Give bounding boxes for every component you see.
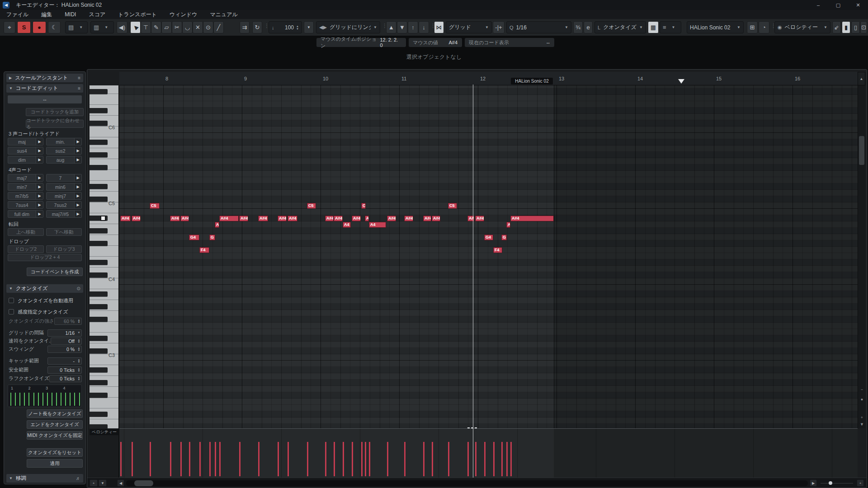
midi-note-A4[interactable]: A4: [369, 222, 386, 228]
section-header-quantize[interactable]: ▼クオンタイズ⊙: [6, 284, 83, 293]
midi-note-G4[interactable]: G4: [484, 235, 493, 240]
chord-button-full dim[interactable]: full dim▶: [8, 210, 43, 218]
note-grid[interactable]: A#4A#4C5A#4A#4G4F4GAA#4A#4A#4A#4A#4C5A#4…: [119, 85, 858, 428]
velocity-bar[interactable]: [334, 442, 335, 476]
section-header-chord-editing[interactable]: ▼コードエディット≡: [6, 84, 83, 93]
step-input-button[interactable]: ▦: [648, 21, 659, 33]
tool-erase[interactable]: ▱: [161, 21, 172, 33]
black-key[interactable]: [90, 412, 108, 417]
pitch-visibility-dropdown[interactable]: ▤▼: [65, 21, 88, 33]
button-ドロップ3[interactable]: ドロップ3: [46, 245, 82, 253]
midi-note-A#4[interactable]: A#4: [387, 216, 396, 221]
black-key[interactable]: [90, 89, 108, 94]
midi-note-A#4[interactable]: A#4: [219, 216, 239, 221]
safe-range[interactable]: 安全範囲0 Ticks▲▼: [8, 366, 82, 374]
acoustic-feedback-button[interactable]: ☾: [48, 21, 61, 33]
midi-note-G[interactable]: G: [209, 235, 215, 240]
snap-button[interactable]: ⋈: [434, 21, 444, 33]
tool-line[interactable]: ╱: [213, 21, 224, 33]
velocity-bar[interactable]: [307, 442, 308, 476]
velocity-bar[interactable]: [209, 442, 211, 476]
pin-editor-button[interactable]: ⌖: [4, 21, 15, 33]
chord-button-sus4[interactable]: sus4▶: [8, 147, 43, 155]
midi-note-F4[interactable]: F4: [493, 247, 502, 253]
tool-zoom[interactable]: ⊙: [203, 21, 213, 33]
tool-glue[interactable]: ◡: [182, 21, 193, 33]
midi-note-C5[interactable]: C5: [448, 203, 457, 209]
chord-button-7sus4[interactable]: 7sus4▶: [8, 201, 43, 209]
quantize-ends-button[interactable]: エンドをクオンタイズ: [27, 420, 83, 429]
iterative-quantize-button[interactable]: e: [584, 21, 593, 33]
velocity-bar[interactable]: [180, 442, 182, 476]
midi-note-C5[interactable]: C5: [150, 203, 160, 209]
catch-range[interactable]: キャッチ範囲-▲▼: [8, 357, 82, 365]
velocity-bar[interactable]: [510, 442, 512, 476]
black-key[interactable]: [90, 317, 108, 322]
rough-quantize[interactable]: ラフクオンタイズ0 Ticks▲▼: [8, 375, 82, 382]
chord-button-maj[interactable]: maj▶: [8, 138, 43, 145]
menu-item-3[interactable]: スコア: [82, 11, 112, 19]
move-down-button[interactable]: ↓: [419, 21, 429, 33]
midi-note-A#4[interactable]: A#4: [239, 216, 248, 221]
velocity-bar[interactable]: [475, 442, 476, 476]
swing[interactable]: スウィング0 %▲▼: [8, 345, 82, 353]
current-chord-display[interactable]: --: [8, 95, 82, 103]
drop-2-4-button[interactable]: ドロップ2 + 4: [8, 254, 82, 261]
velocity-bar[interactable]: [369, 442, 370, 476]
solo-editor-button[interactable]: S: [17, 21, 31, 33]
velocity-lane-label[interactable]: ベロシティー: [90, 429, 119, 435]
grid-link-dropdown[interactable]: ◀▶グリッドにリンク▼: [316, 21, 380, 33]
match-chord-track-button[interactable]: コードトラックに合わせる: [26, 120, 84, 128]
triplet-quantize-button[interactable]: ¾: [573, 21, 583, 33]
minimize-button[interactable]: –: [808, 0, 828, 10]
tool-mute[interactable]: ✕: [193, 21, 203, 33]
part-selector-dropdown[interactable]: HALion Sonic 02▼: [687, 21, 744, 33]
setup-window-layout-button[interactable]: ⊡: [860, 21, 867, 33]
velocity-bar[interactable]: [120, 442, 122, 476]
velocity-bar[interactable]: [467, 442, 469, 476]
freeze-midi-quantize-button[interactable]: MIDI クオンタイズを固定: [27, 431, 83, 440]
velocity-bar[interactable]: [215, 442, 216, 476]
section-header-scale-assistant[interactable]: ▶スケールアシスタント≡: [6, 74, 83, 82]
midi-note-G[interactable]: G: [501, 235, 507, 240]
length-quantize-dropdown[interactable]: Lクオンタイズ▼: [594, 21, 646, 33]
chord-button-maj7[interactable]: maj7▶: [8, 174, 43, 182]
black-key[interactable]: [90, 336, 108, 341]
velocity-bar[interactable]: [199, 442, 201, 476]
move-up-button[interactable]: ↑: [408, 21, 418, 33]
quantize-preset-dropdown[interactable]: Q1/16▼: [506, 21, 571, 33]
velocity-bar[interactable]: [423, 442, 425, 476]
h-zoom-in-button[interactable]: +: [857, 479, 864, 487]
quantize-note-length-button[interactable]: ノート長をクオンタイズ: [27, 409, 83, 418]
midi-note-A[interactable]: A: [365, 216, 369, 221]
midi-note-A#4[interactable]: A#4: [258, 216, 268, 221]
h-zoom-slider[interactable]: [821, 483, 853, 483]
velocity-bar[interactable]: [501, 442, 503, 476]
midi-note-C5[interactable]: C5: [307, 203, 316, 209]
button-ドロップ2[interactable]: ドロップ2: [8, 245, 44, 253]
tool-split[interactable]: ✂: [172, 21, 182, 33]
black-key[interactable]: [90, 424, 108, 428]
velocity-bar[interactable]: [404, 442, 406, 476]
add-controller-lane-button[interactable]: +: [90, 479, 98, 487]
midi-note-A#4[interactable]: A#4: [432, 216, 440, 221]
velocity-bar[interactable]: [278, 442, 279, 476]
black-key[interactable]: [90, 228, 108, 234]
midi-note-A#4[interactable]: A#4: [278, 216, 287, 221]
midi-note-A#4[interactable]: A#4: [475, 216, 484, 221]
black-key[interactable]: [90, 165, 108, 170]
piano-keyboard[interactable]: C6C5C4C3: [90, 85, 119, 428]
section-header-transpose[interactable]: ▼移調♬: [6, 474, 83, 483]
right-zone-toggle-button[interactable]: ▯: [851, 21, 860, 33]
midi-note-C[interactable]: C: [361, 203, 366, 209]
ruler-marker-icon[interactable]: [678, 79, 684, 84]
insert-velocity-box[interactable]: ↓100▲▼: [269, 21, 302, 33]
chord-button-min7[interactable]: min7▶: [8, 183, 43, 191]
button-上へ移動[interactable]: 上へ移動: [8, 228, 44, 236]
midi-note-A#4[interactable]: A#4: [352, 216, 361, 221]
auto-apply-quantize-checkbox[interactable]: クオンタイズを自動適用: [9, 297, 81, 304]
velocity-bar[interactable]: [150, 442, 151, 476]
event-colors-dropdown[interactable]: ◉ベロシティー▼: [774, 21, 830, 33]
v-zoom-●[interactable]: ●: [858, 397, 866, 402]
menu-item-0[interactable]: ファイル: [0, 11, 35, 19]
